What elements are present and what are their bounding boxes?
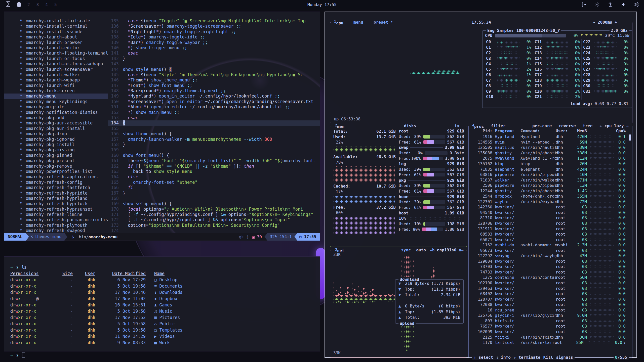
sort-selector[interactable]: ← cpu lazy → [598, 123, 630, 129]
process-row[interactable]: 1916HyprlandHyprlanddhh426M0.1 [471, 134, 626, 140]
file-item[interactable]: *omarchy-launch-about [4, 34, 108, 40]
process-row[interactable]: 16rcu_preeroot0B0.0 [471, 307, 626, 313]
code-line[interactable]: 168 [108, 196, 320, 201]
process-row[interactable]: 131911kworker/root0B0.0 [471, 226, 626, 232]
code-line[interactable]: 144show_style_menu() { [108, 67, 320, 72]
proc-scrollbar[interactable] [629, 134, 631, 141]
file-item[interactable]: *omarchy-launch-or-focus [4, 56, 108, 61]
file-item[interactable]: *omarchy-refresh-hypridle [4, 191, 108, 196]
process-row[interactable]: 128707kworker/root0B0.0 [471, 296, 626, 302]
code-line[interactable]: 138 *Idle*) omarchy-toggle-idle ;; [108, 34, 320, 40]
code-line[interactable]: 150 *Screensaver*) open_in_editor ~/.con… [108, 99, 320, 104]
file-item[interactable]: *omarchy-menu [4, 94, 108, 99]
code-line[interactable]: 142} [108, 56, 320, 61]
workspace-3[interactable]: 3 [36, 2, 39, 7]
process-row[interactable]: 95673kworker/root0B0.0 [471, 248, 626, 253]
terminate-button[interactable]: ↵ terminate [512, 355, 542, 360]
process-row[interactable]: 134565nvimnvim --embed .dhh59M0.0 [471, 140, 626, 145]
code-line[interactable]: 160show_font_menu() { [108, 153, 320, 158]
process-row[interactable]: 1275containe/usr/bin/containerdroot56M0.… [471, 275, 626, 280]
file-item[interactable]: *omarchy-launch-screensaver [4, 67, 108, 72]
file-item[interactable]: *omarchy-powerprofiles-list [4, 169, 108, 174]
info-button[interactable]: ↓ info [495, 355, 512, 360]
file-item[interactable]: *omarchy-pkg-missing [4, 147, 108, 153]
preset-button[interactable]: preset * [373, 20, 394, 25]
file-item[interactable]: *omarchy-pkg-install [4, 142, 108, 147]
process-row[interactable]: 129004kworker/root0B0.0 [471, 259, 626, 264]
omarchy-logo-icon[interactable] [6, 1, 11, 8]
file-item[interactable]: *omarchy-refresh-hyprsunset [4, 207, 108, 212]
workspace-2[interactable]: 2 [27, 2, 30, 7]
file-item[interactable]: *omarchy-refresh-config [4, 180, 108, 185]
code-line[interactable]: 155 [108, 126, 320, 131]
file-item[interactable]: *omarchy-launch-walker [4, 72, 108, 77]
file-item[interactable]: *omarchy-launch-webapp [4, 77, 108, 83]
process-row[interactable]: 72088kworker/root0B0.0 [471, 302, 626, 307]
file-item[interactable]: *omarchy-pkg-pinned [4, 153, 108, 158]
code-line[interactable]: 172 [ -f ~/.config/hypr/input.conf ] && … [108, 217, 320, 222]
process-row[interactable]: 122301waybar/usr/bin/waybardhh72M0.0 [471, 199, 626, 205]
file-item[interactable]: *omarchy-refresh-hyprland [4, 196, 108, 201]
file-item[interactable]: *omarchy-pkg-ignored [4, 137, 108, 142]
process-row[interactable]: 68402kworker/root0B0.0 [471, 291, 626, 297]
net-sync-button[interactable]: sync [400, 248, 412, 252]
file-item[interactable]: *omarchy-pkg-drop [4, 131, 108, 137]
kill-button[interactable]: Kill [542, 355, 555, 360]
process-row[interactable]: 73703kworker/root0B0.0 [471, 264, 626, 269]
file-item[interactable]: *omarchy-pkg-aur-install [4, 126, 108, 131]
bluetooth-icon[interactable] [594, 2, 600, 7]
file-item[interactable]: *omarchy-refresh-limine [4, 212, 108, 217]
file-item[interactable]: *omarchy-notification-dismiss [4, 110, 108, 115]
code-line[interactable]: 149 *Hyprland*) open_in_editor ~/.config… [108, 94, 320, 99]
process-row[interactable]: 122292swaybg/usr/bin/swaybg -i /homdhh43… [471, 253, 626, 259]
code-line[interactable]: 147 *Font*) show_font_menu ;; [108, 83, 320, 88]
proc-header[interactable]: Pid: Program: Command: User: MemB Cpu% ↑ [471, 128, 626, 134]
workspace-active[interactable] [17, 2, 21, 7]
process-row[interactable]: 12244ghostty/usr/bin/ghostty --gtk-dhh1.… [471, 188, 626, 194]
process-row[interactable]: 74733kworker/root0B0.0 [471, 269, 626, 275]
file-item[interactable]: *omarchy-pkg-remove [4, 164, 108, 169]
code-line[interactable]: 148 *Background*) omarchy-theme-bg-next … [108, 88, 320, 94]
code-line[interactable]: 166 fi [108, 185, 320, 190]
git-branch[interactable]: ⌥themes-menu [29, 233, 65, 241]
file-item[interactable]: *omarchy-install-vscode [4, 29, 108, 34]
process-row[interactable]: 135088ghostty/usr/bin/ghostty --gtk-dhh3… [471, 150, 626, 156]
per-core-button[interactable]: per-core [531, 123, 553, 129]
code-line[interactable]: 167} [108, 191, 320, 196]
code-line[interactable]: 139 *Bar*) omarchy-toggle-waybar ;; [108, 40, 320, 45]
workspace-4[interactable]: 4 [45, 2, 48, 7]
code-line[interactable]: 170 local options="♪ Audio\n⌒ Wifi\nᛒ Bl… [108, 207, 320, 212]
code-line[interactable]: 163 back_to show_style_menu [108, 169, 320, 174]
file-item[interactable]: *omarchy-refresh-pacman-mirrorlist [4, 217, 108, 222]
net-interface[interactable]: ←b enp191s0 n→ [429, 248, 465, 252]
interval-control[interactable]: - 2000ms + [592, 20, 618, 25]
code-line[interactable]: 154} [108, 120, 320, 126]
volume-icon[interactable] [621, 2, 626, 7]
disks-title[interactable]: disks [403, 123, 417, 128]
process-row[interactable]: 129463kworker/root0B0.0 [471, 286, 626, 291]
file-item[interactable]: *omarchy-pkg-present [4, 158, 108, 163]
code-line[interactable]: 135 case $(menu "Toggle" "▣ Screensaver\… [108, 18, 320, 24]
logout-icon[interactable] [581, 2, 587, 7]
code-line[interactable]: 161 theme=$(menu "Font" "$(omarchy-font-… [108, 158, 320, 163]
file-item[interactable]: *omarchy-pkg-add [4, 115, 108, 120]
process-row[interactable]: 2506pipewire/usr/bin/pipewire-pulsedhh13… [471, 183, 626, 188]
tree-button[interactable]: tree [582, 123, 594, 129]
chip-icon[interactable] [634, 2, 639, 7]
file-item[interactable]: *omarchy-launch-browser [4, 40, 108, 45]
select-button[interactable]: ↑ select [472, 355, 495, 360]
file-item[interactable]: *omarchy-launch-floating-terminal- [4, 51, 108, 56]
file-item[interactable]: *omarchy-migrate [4, 104, 108, 110]
code-line[interactable]: 173 options="$options\n⊞ Defaults\n▥ DNS… [108, 223, 320, 228]
process-row[interactable]: 2125fcitx5/usr/bin/fcitx5dhh30M0.0 [471, 334, 626, 340]
process-row[interactable]: 125505nautilus/usr/bin/nautilus --newdhh… [471, 145, 626, 150]
code-line[interactable]: 141 esac [108, 51, 320, 56]
process-row[interactable]: 71835elephantelephantdhh424M0.0 [471, 166, 626, 172]
file-item[interactable]: *omarchy-refresh-applications [4, 174, 108, 179]
code-line[interactable]: 169show_setup_menu() { [108, 201, 320, 206]
code-line[interactable]: 174 [108, 228, 320, 233]
process-row[interactable]: 2075XwaylandXwayland :1 -rootless -dhh11… [471, 156, 626, 161]
code-line[interactable]: 165 omarchy-font-set "$theme" [108, 180, 320, 185]
process-row[interactable]: 102100kworker/root0B0.0 [471, 280, 626, 286]
file-item[interactable]: *omarchy-pkg-aur-accessible [4, 120, 108, 126]
